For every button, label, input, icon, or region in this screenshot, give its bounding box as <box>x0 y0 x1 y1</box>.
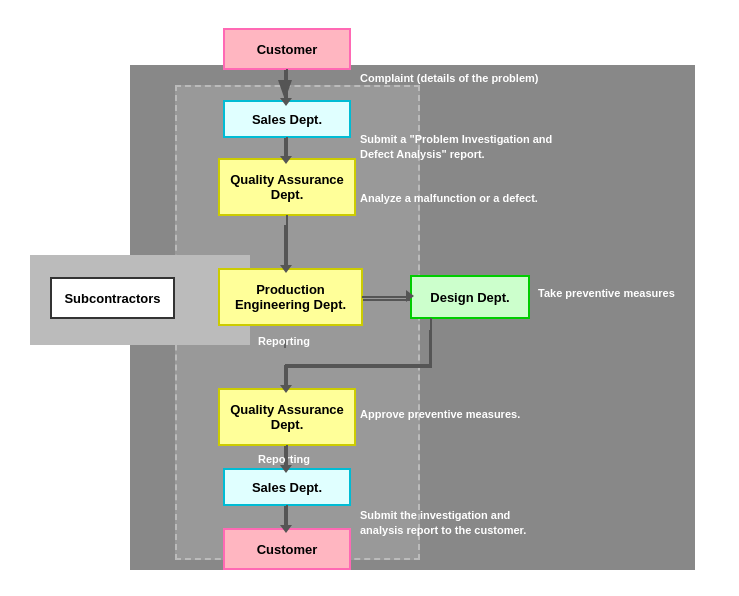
reporting-2-label: Reporting <box>258 453 310 465</box>
arrow-7 <box>280 525 292 533</box>
sales-dept-bottom-box: Sales Dept. <box>223 468 351 506</box>
connector-6 <box>288 366 432 368</box>
quality-assurance-bottom-box: Quality AssuranceDept. <box>218 388 356 446</box>
arrow-1 <box>280 98 292 106</box>
quality-assurance-top-box: Quality AssuranceDept. <box>218 158 356 216</box>
production-engineering-label: ProductionEngineering Dept. <box>235 282 346 312</box>
connector-3 <box>286 215 288 269</box>
production-engineering-box: ProductionEngineering Dept. <box>218 268 363 326</box>
customer-bottom-label: Customer <box>257 542 318 557</box>
sales-dept-top-label: Sales Dept. <box>252 112 322 127</box>
connector-1 <box>286 69 288 101</box>
customer-bottom-box: Customer <box>223 528 351 570</box>
connector-4 <box>362 296 412 298</box>
arrow-3 <box>280 265 292 273</box>
arrow-5 <box>280 385 292 393</box>
preventive-label: Take preventive measures <box>538 287 675 299</box>
design-dept-label: Design Dept. <box>430 290 509 305</box>
analyze-label: Analyze a malfunction or a defect. <box>360 192 538 204</box>
sales-dept-bottom-label: Sales Dept. <box>252 480 322 495</box>
customer-top-label: Customer <box>257 42 318 57</box>
submit-analysis-label: Submit the investigation andanalysis rep… <box>360 508 526 539</box>
reporting-1-label: Reporting <box>258 335 310 347</box>
subcontractors-box: Subcontractors <box>50 277 175 319</box>
quality-assurance-top-label: Quality AssuranceDept. <box>230 172 344 202</box>
connector-5 <box>430 318 432 368</box>
arrow-4 <box>406 290 414 302</box>
design-dept-box: Design Dept. <box>410 275 530 319</box>
subcontractors-label: Subcontractors <box>64 291 160 306</box>
customer-top-box: Customer <box>223 28 351 70</box>
quality-assurance-bottom-label: Quality AssuranceDept. <box>230 402 344 432</box>
complaint-label: Complaint (details of the problem) <box>360 72 538 84</box>
arrow-6 <box>280 465 292 473</box>
arrow-2 <box>280 156 292 164</box>
submit-report-label: Submit a "Problem Investigation andDefec… <box>360 132 552 163</box>
diagram-container: Customer Complaint (details of the probl… <box>0 0 739 596</box>
approve-label: Approve preventive measures. <box>360 408 520 420</box>
